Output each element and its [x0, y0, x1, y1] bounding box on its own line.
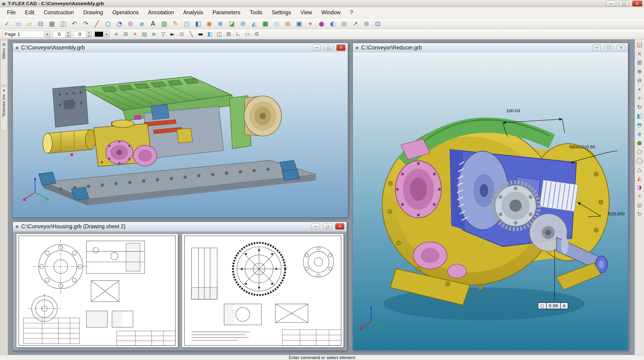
blend-icon[interactable]: ◪ [226, 19, 237, 28]
close-button[interactable]: × [632, 1, 642, 6]
menu-item[interactable]: File [2, 7, 20, 18]
iso-view-icon[interactable]: ◈ [636, 129, 644, 138]
workplane-icon[interactable]: ◳ [181, 19, 192, 28]
section-view-icon[interactable]: ◭ [636, 174, 644, 183]
extrude-icon[interactable]: ◧ [192, 19, 204, 28]
close-view-icon[interactable]: × [636, 49, 644, 58]
color-swatch[interactable]: ▾ [94, 31, 109, 38]
zoom-all-icon[interactable]: ⌖ [636, 85, 644, 94]
housing-close-button[interactable]: × [335, 223, 344, 230]
camera-icon[interactable]: ◎ [338, 19, 350, 28]
menu-item[interactable]: Operations [108, 7, 144, 18]
dimension-label[interactable]: 560x10±0.55 [569, 144, 595, 149]
line-style-icon[interactable]: ╲ [186, 30, 196, 39]
node-snap-icon[interactable]: ⊙ [177, 30, 186, 39]
perspective-icon[interactable]: △ [636, 165, 644, 174]
print-icon[interactable]: ▦ [46, 19, 58, 28]
layers-icon[interactable]: ▤ [140, 30, 149, 39]
front-view-icon[interactable]: ◧ [636, 112, 644, 120]
menu-item[interactable]: Tools [245, 7, 267, 18]
undo-icon[interactable]: ↶ [69, 19, 80, 28]
menu-item[interactable]: Annotation [144, 7, 178, 18]
zoom-window-icon[interactable]: ⊞ [636, 58, 644, 67]
line-width-icon[interactable]: ▬ [196, 30, 205, 39]
housing-titlebar[interactable]: ◈ C:\Conveyor\Housing.grb (Drawing sheet… [13, 222, 346, 231]
reducer-titlebar[interactable]: ◈ C:\Conveyor\Reducer.grb — □ × [353, 43, 628, 52]
hole-icon[interactable]: ⊘ [237, 19, 248, 28]
menu-item[interactable]: View [296, 7, 316, 18]
save-icon[interactable]: ⊟ [35, 19, 46, 28]
new-document-icon[interactable]: ▭ [13, 19, 24, 28]
window-housing[interactable]: ◈ C:\Conveyor\Housing.grb (Drawing sheet… [12, 222, 347, 351]
level-spinner[interactable]: 0 ▴▾ [73, 31, 92, 38]
filter-icon[interactable]: ▽ [158, 30, 168, 39]
dimension-label[interactable]: R25.000 [608, 211, 624, 217]
levels-icon[interactable]: ≡ [149, 30, 158, 39]
construction-mode-icon[interactable]: + [112, 30, 121, 39]
color-swatch-arrow-icon[interactable]: ▾ [104, 31, 109, 38]
assembly-titlebar[interactable]: ◈ C:\Conveyor\Assembly.grb — □ × [13, 43, 348, 52]
layer-spinner-arrows[interactable]: ▴▾ [66, 31, 71, 38]
group-icon[interactable]: ◫ [214, 30, 224, 39]
regenerate-icon[interactable]: ↻ [636, 210, 644, 219]
reducer-close-button[interactable]: × [616, 45, 626, 51]
grid-icon[interactable]: ⊞ [121, 30, 130, 39]
paperclip-icon[interactable]: ⊚ [361, 19, 372, 28]
reducer-3d-view[interactable]: 100-03 560x10±0.55 R25.000 ○ 0.06 A [353, 52, 628, 350]
minimize-button[interactable]: — [606, 1, 616, 6]
node-tool-icon[interactable]: ⊙ [125, 19, 136, 28]
fragment-icon[interactable]: ▣ [294, 19, 305, 28]
ruler-icon[interactable]: ▭ [243, 30, 252, 39]
check-document-icon[interactable]: ⊡ [372, 19, 383, 28]
menu-item[interactable]: ? [345, 7, 358, 18]
window-assembly[interactable]: ◈ C:\Conveyor\Assembly.grb — □ × [12, 43, 348, 218]
options-icon[interactable]: ⚙ [252, 30, 262, 39]
reducer-3d-viewport[interactable] [353, 53, 628, 350]
menu-item[interactable]: Drawing [79, 7, 108, 18]
top-view-icon[interactable]: ◓ [636, 120, 644, 129]
zoom-out-icon[interactable]: ⊖ [636, 76, 644, 85]
page-selector[interactable]: Page 1 ▾ [2, 31, 50, 38]
maximize-button[interactable]: □ [619, 1, 629, 6]
camera-view-icon[interactable]: ◎ [636, 201, 644, 210]
surface-icon[interactable]: ◇ [271, 19, 282, 28]
select-mode-icon[interactable]: ► [168, 30, 177, 39]
dropdown-arrow-icon[interactable]: ▾ [44, 31, 50, 38]
apply-check-icon[interactable]: ✓ [2, 19, 13, 28]
light-icon[interactable]: ☀ [636, 192, 644, 201]
hidden-lines-icon[interactable]: ◯ [636, 156, 644, 165]
boolean-icon[interactable]: ⊕ [215, 19, 226, 28]
maximize-view-icon[interactable]: ◱ [636, 40, 644, 49]
sketch-tool-icon[interactable]: ✎ [170, 19, 181, 28]
hatch-tool-icon[interactable]: ▨ [159, 19, 170, 28]
window-reducer[interactable]: ◈ C:\Conveyor\Reducer.grb — □ × [352, 43, 628, 351]
solid-body-icon[interactable]: ■ [260, 19, 271, 28]
drawing-sheet-2[interactable] [182, 234, 344, 347]
revolve-icon[interactable]: ◉ [204, 19, 215, 28]
tolerance-frame[interactable]: ○ 0.06 A [538, 302, 568, 309]
drawing-sheet-1[interactable] [16, 234, 178, 347]
menu-item[interactable]: Edit [20, 7, 39, 18]
lock-icon[interactable]: ⊠ [224, 30, 233, 39]
assembly-3d-viewport[interactable] [13, 53, 348, 217]
export-icon[interactable]: ↗ [350, 19, 361, 28]
reducer-minimize-button[interactable]: — [592, 45, 601, 51]
assembly-maximize-button[interactable]: □ [324, 45, 333, 51]
housing-maximize-button[interactable]: □ [323, 223, 332, 230]
arc-tool-icon[interactable]: ◔ [114, 19, 125, 28]
axes-icon[interactable]: ∟ [233, 30, 243, 39]
assembly-close-button[interactable]: × [336, 45, 346, 51]
print-preview-icon[interactable]: ◫ [58, 19, 69, 28]
layer-spinner[interactable]: 0 ▴▾ [53, 31, 71, 38]
dimension-label[interactable]: 100-03 [506, 108, 520, 113]
measure-icon[interactable]: ⌖ [305, 19, 316, 28]
level-spinner-arrows[interactable]: ▴▾ [86, 31, 91, 38]
snap-icon[interactable]: ⌖ [130, 30, 140, 39]
circle-tool-icon[interactable]: ○ [102, 19, 114, 28]
materials-view-icon[interactable]: ◑ [636, 183, 644, 192]
side-tab-menu[interactable]: ▤ Menu [0, 40, 8, 85]
material-icon[interactable]: ● [316, 19, 327, 28]
housing-minimize-button[interactable]: — [311, 223, 320, 230]
menu-item[interactable]: Settings [267, 7, 296, 18]
render-icon[interactable]: ◐ [327, 19, 338, 28]
